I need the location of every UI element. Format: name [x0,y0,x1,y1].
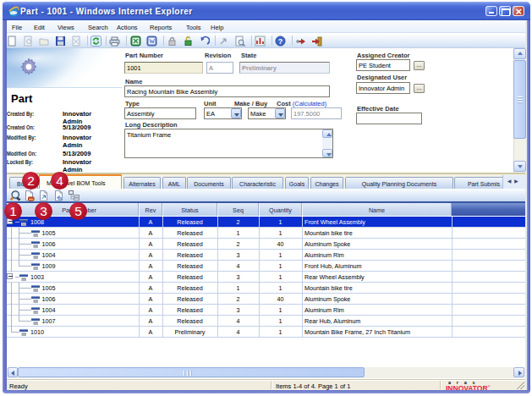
svg-text:?: ? [278,37,283,46]
